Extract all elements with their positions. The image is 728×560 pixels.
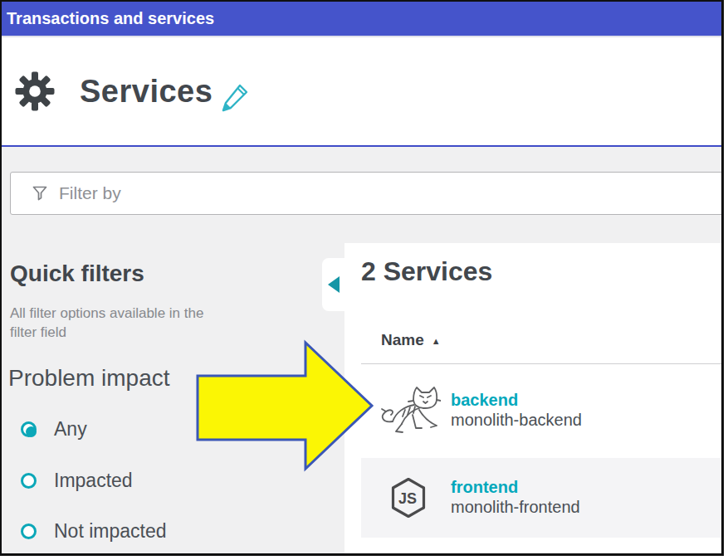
service-link-backend[interactable]: backend xyxy=(451,391,582,410)
radio-button-icon[interactable] xyxy=(21,473,37,489)
tomcat-icon xyxy=(376,385,441,436)
page-title: Services xyxy=(80,74,213,110)
collapse-quick-filters-button[interactable] xyxy=(322,258,345,311)
quick-filters-subtitle: All filter options available in the filt… xyxy=(10,304,203,342)
titlebar: Transactions and services xyxy=(2,2,721,36)
filter-field[interactable] xyxy=(10,172,724,215)
radio-label: Impacted xyxy=(54,470,133,492)
radio-button-icon[interactable] xyxy=(21,523,37,539)
quick-filters-title: Quick filters xyxy=(10,261,144,287)
column-header-label: Name xyxy=(381,331,424,349)
svg-text:JS: JS xyxy=(398,490,417,507)
services-gear-icon xyxy=(15,71,55,111)
service-row-text: backend monolith-backend xyxy=(451,391,582,431)
service-row-text: frontend monolith-frontend xyxy=(451,478,580,518)
radio-button-icon[interactable] xyxy=(21,421,37,437)
page-header: Services xyxy=(2,36,721,147)
nodejs-icon: JS xyxy=(376,477,441,519)
service-row-backend[interactable]: backend monolith-backend xyxy=(344,365,721,456)
radio-option-impacted[interactable]: Impacted xyxy=(21,470,133,492)
service-technology: monolith-frontend xyxy=(451,497,580,518)
radio-option-any[interactable]: Any xyxy=(21,418,87,441)
table-divider xyxy=(361,363,721,364)
radio-label: Not impacted xyxy=(54,520,167,543)
services-panel: 2 Services Name ▲ xyxy=(344,243,721,553)
radio-label: Any xyxy=(54,418,87,441)
sort-ascending-icon: ▲ xyxy=(432,335,441,346)
quick-filters-subtitle-line1: All filter options available in the xyxy=(10,304,203,323)
quick-filters-subtitle-line2: filter field xyxy=(10,323,203,342)
radio-option-not-impacted[interactable]: Not impacted xyxy=(21,520,167,543)
services-count-title: 2 Services xyxy=(361,256,492,287)
column-header-name[interactable]: Name ▲ xyxy=(381,331,441,349)
chevron-left-icon xyxy=(328,276,340,293)
filter-input[interactable] xyxy=(59,183,724,203)
service-row-frontend[interactable]: JS frontend monolith-frontend xyxy=(361,458,721,538)
problem-impact-heading: Problem impact xyxy=(8,365,170,392)
service-link-frontend[interactable]: frontend xyxy=(451,478,580,497)
titlebar-title: Transactions and services xyxy=(7,9,214,28)
filter-funnel-icon xyxy=(32,185,48,202)
edit-pencil-icon[interactable] xyxy=(219,82,251,114)
app-window: Transactions and services Services xyxy=(0,0,724,556)
service-technology: monolith-backend xyxy=(451,410,582,431)
